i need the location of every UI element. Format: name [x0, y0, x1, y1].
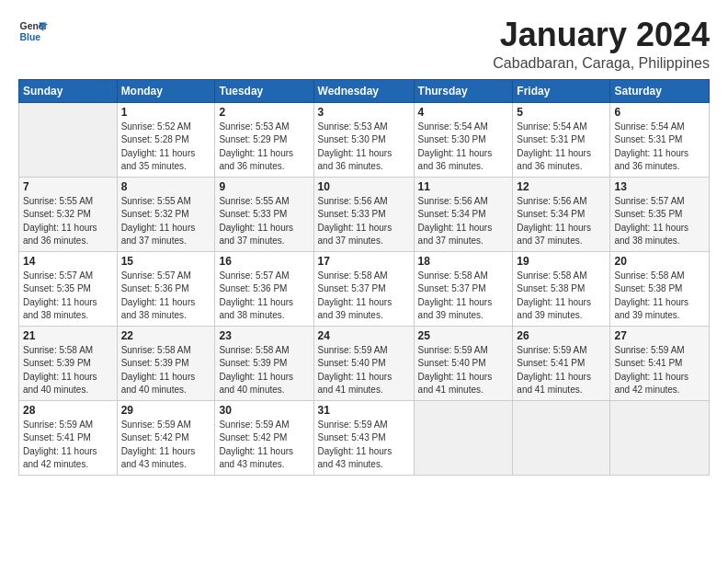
day-info: Sunrise: 5:58 AMSunset: 5:37 PMDaylight:…	[418, 270, 509, 323]
calendar-cell: 1Sunrise: 5:52 AMSunset: 5:28 PMDaylight…	[117, 102, 215, 177]
calendar-cell: 31Sunrise: 5:59 AMSunset: 5:43 PMDayligh…	[313, 400, 414, 475]
day-info: Sunrise: 5:55 AMSunset: 5:32 PMDaylight:…	[23, 195, 113, 248]
calendar-cell: 14Sunrise: 5:57 AMSunset: 5:35 PMDayligh…	[19, 251, 118, 326]
calendar-week-row: 21Sunrise: 5:58 AMSunset: 5:39 PMDayligh…	[19, 326, 710, 400]
day-info: Sunrise: 5:54 AMSunset: 5:31 PMDaylight:…	[614, 121, 705, 174]
header-tuesday: Tuesday	[215, 79, 313, 102]
day-number: 29	[121, 404, 211, 417]
day-number: 30	[219, 404, 309, 417]
day-info: Sunrise: 5:58 AMSunset: 5:37 PMDaylight:…	[318, 270, 410, 323]
calendar-cell	[19, 102, 118, 177]
day-info: Sunrise: 5:58 AMSunset: 5:39 PMDaylight:…	[23, 344, 113, 397]
day-info: Sunrise: 5:56 AMSunset: 5:34 PMDaylight:…	[418, 195, 509, 248]
calendar-cell	[513, 400, 610, 475]
day-number: 19	[517, 255, 606, 268]
day-number: 11	[418, 180, 509, 193]
day-info: Sunrise: 5:57 AMSunset: 5:36 PMDaylight:…	[121, 270, 211, 323]
calendar-cell	[610, 400, 710, 475]
day-number: 27	[614, 329, 705, 342]
day-info: Sunrise: 5:59 AMSunset: 5:40 PMDaylight:…	[318, 344, 410, 397]
day-number: 15	[121, 255, 211, 268]
day-number: 3	[318, 106, 410, 119]
day-number: 25	[418, 329, 509, 342]
day-info: Sunrise: 5:58 AMSunset: 5:38 PMDaylight:…	[517, 270, 606, 323]
calendar-week-row: 28Sunrise: 5:59 AMSunset: 5:41 PMDayligh…	[19, 400, 710, 475]
day-number: 26	[517, 329, 606, 342]
calendar-table: Sunday Monday Tuesday Wednesday Thursday…	[18, 79, 710, 476]
day-number: 5	[517, 106, 606, 119]
calendar-cell: 10Sunrise: 5:56 AMSunset: 5:33 PMDayligh…	[313, 177, 414, 251]
header-monday: Monday	[117, 79, 215, 102]
calendar-cell: 26Sunrise: 5:59 AMSunset: 5:41 PMDayligh…	[513, 326, 610, 400]
calendar-cell: 21Sunrise: 5:58 AMSunset: 5:39 PMDayligh…	[19, 326, 118, 400]
day-number: 6	[614, 106, 705, 119]
calendar-cell: 23Sunrise: 5:58 AMSunset: 5:39 PMDayligh…	[215, 326, 313, 400]
calendar-cell: 8Sunrise: 5:55 AMSunset: 5:32 PMDaylight…	[117, 177, 215, 251]
day-number: 7	[23, 180, 113, 193]
header-saturday: Saturday	[610, 79, 710, 102]
calendar-cell: 15Sunrise: 5:57 AMSunset: 5:36 PMDayligh…	[117, 251, 215, 326]
calendar-cell: 22Sunrise: 5:58 AMSunset: 5:39 PMDayligh…	[117, 326, 215, 400]
header-row: General Blue January 2024 Cabadbaran, Ca…	[18, 17, 710, 72]
day-info: Sunrise: 5:57 AMSunset: 5:35 PMDaylight:…	[614, 195, 705, 248]
day-info: Sunrise: 5:56 AMSunset: 5:33 PMDaylight:…	[318, 195, 410, 248]
header-wednesday: Wednesday	[313, 79, 414, 102]
day-number: 13	[614, 180, 705, 193]
calendar-cell: 2Sunrise: 5:53 AMSunset: 5:29 PMDaylight…	[215, 102, 313, 177]
calendar-cell: 16Sunrise: 5:57 AMSunset: 5:36 PMDayligh…	[215, 251, 313, 326]
calendar-cell: 24Sunrise: 5:59 AMSunset: 5:40 PMDayligh…	[313, 326, 414, 400]
day-info: Sunrise: 5:53 AMSunset: 5:30 PMDaylight:…	[318, 121, 410, 174]
calendar-cell: 9Sunrise: 5:55 AMSunset: 5:33 PMDaylight…	[215, 177, 313, 251]
calendar-cell: 27Sunrise: 5:59 AMSunset: 5:41 PMDayligh…	[610, 326, 710, 400]
day-number: 4	[418, 106, 509, 119]
calendar-cell: 30Sunrise: 5:59 AMSunset: 5:42 PMDayligh…	[215, 400, 313, 475]
logo: General Blue	[18, 17, 48, 46]
calendar-cell: 6Sunrise: 5:54 AMSunset: 5:31 PMDaylight…	[610, 102, 710, 177]
day-number: 20	[614, 255, 705, 268]
day-number: 23	[219, 329, 309, 342]
calendar-cell: 11Sunrise: 5:56 AMSunset: 5:34 PMDayligh…	[414, 177, 513, 251]
calendar-cell: 12Sunrise: 5:56 AMSunset: 5:34 PMDayligh…	[513, 177, 610, 251]
header-sunday: Sunday	[19, 79, 118, 102]
day-info: Sunrise: 5:55 AMSunset: 5:32 PMDaylight:…	[121, 195, 211, 248]
title-block: January 2024 Cabadbaran, Caraga, Philipp…	[493, 17, 710, 72]
day-number: 31	[318, 404, 410, 417]
day-info: Sunrise: 5:58 AMSunset: 5:39 PMDaylight:…	[121, 344, 211, 397]
header-thursday: Thursday	[414, 79, 513, 102]
day-number: 18	[418, 255, 509, 268]
calendar-cell: 13Sunrise: 5:57 AMSunset: 5:35 PMDayligh…	[610, 177, 710, 251]
day-info: Sunrise: 5:52 AMSunset: 5:28 PMDaylight:…	[121, 121, 211, 174]
day-number: 2	[219, 106, 309, 119]
calendar-cell: 7Sunrise: 5:55 AMSunset: 5:32 PMDaylight…	[19, 177, 118, 251]
day-info: Sunrise: 5:58 AMSunset: 5:38 PMDaylight:…	[614, 270, 705, 323]
day-info: Sunrise: 5:59 AMSunset: 5:41 PMDaylight:…	[517, 344, 606, 397]
day-number: 10	[318, 180, 410, 193]
calendar-cell: 4Sunrise: 5:54 AMSunset: 5:30 PMDaylight…	[414, 102, 513, 177]
calendar-week-row: 14Sunrise: 5:57 AMSunset: 5:35 PMDayligh…	[19, 251, 710, 326]
calendar-subtitle: Cabadbaran, Caraga, Philippines	[493, 55, 710, 72]
day-info: Sunrise: 5:54 AMSunset: 5:31 PMDaylight:…	[517, 121, 606, 174]
day-number: 12	[517, 180, 606, 193]
day-number: 22	[121, 329, 211, 342]
calendar-cell: 18Sunrise: 5:58 AMSunset: 5:37 PMDayligh…	[414, 251, 513, 326]
calendar-cell: 5Sunrise: 5:54 AMSunset: 5:31 PMDaylight…	[513, 102, 610, 177]
day-info: Sunrise: 5:55 AMSunset: 5:33 PMDaylight:…	[219, 195, 309, 248]
day-number: 28	[23, 404, 113, 417]
day-info: Sunrise: 5:56 AMSunset: 5:34 PMDaylight:…	[517, 195, 606, 248]
day-info: Sunrise: 5:59 AMSunset: 5:40 PMDaylight:…	[418, 344, 509, 397]
logo-icon: General Blue	[18, 17, 48, 46]
day-info: Sunrise: 5:53 AMSunset: 5:29 PMDaylight:…	[219, 121, 309, 174]
day-info: Sunrise: 5:57 AMSunset: 5:36 PMDaylight:…	[219, 270, 309, 323]
calendar-cell: 17Sunrise: 5:58 AMSunset: 5:37 PMDayligh…	[313, 251, 414, 326]
calendar-cell: 29Sunrise: 5:59 AMSunset: 5:42 PMDayligh…	[117, 400, 215, 475]
day-info: Sunrise: 5:54 AMSunset: 5:30 PMDaylight:…	[418, 121, 509, 174]
calendar-week-row: 7Sunrise: 5:55 AMSunset: 5:32 PMDaylight…	[19, 177, 710, 251]
calendar-header-row: Sunday Monday Tuesday Wednesday Thursday…	[19, 79, 710, 102]
day-number: 8	[121, 180, 211, 193]
calendar-cell: 28Sunrise: 5:59 AMSunset: 5:41 PMDayligh…	[19, 400, 118, 475]
calendar-cell: 3Sunrise: 5:53 AMSunset: 5:30 PMDaylight…	[313, 102, 414, 177]
day-info: Sunrise: 5:57 AMSunset: 5:35 PMDaylight:…	[23, 270, 113, 323]
calendar-cell: 20Sunrise: 5:58 AMSunset: 5:38 PMDayligh…	[610, 251, 710, 326]
svg-text:Blue: Blue	[20, 32, 41, 42]
day-number: 9	[219, 180, 309, 193]
